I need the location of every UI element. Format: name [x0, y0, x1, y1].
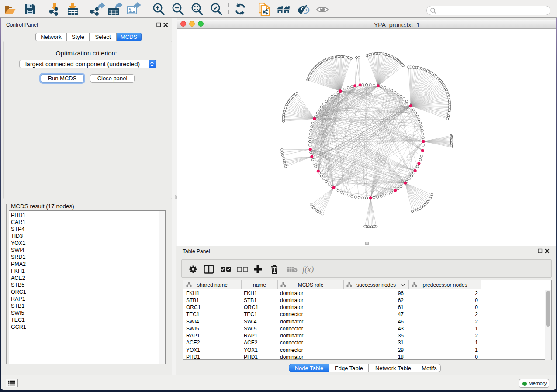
svg-text:f(x): f(x) — [302, 265, 314, 274]
